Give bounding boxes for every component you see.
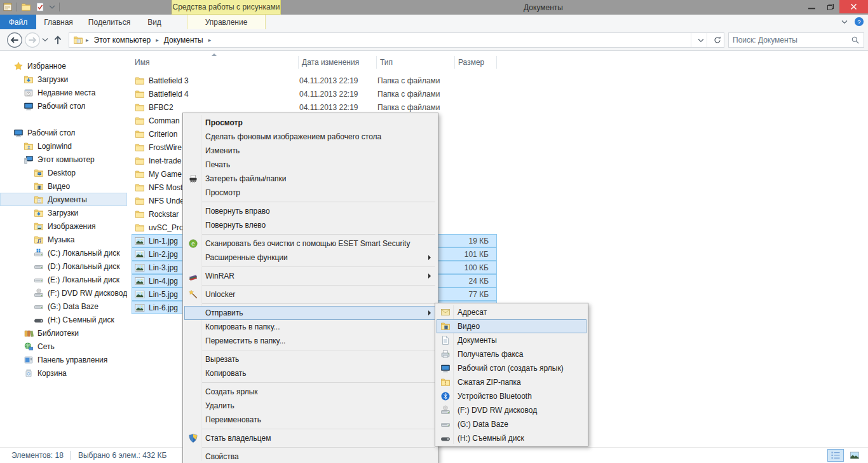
send-to-item[interactable]: Сжатая ZIP-папка xyxy=(437,375,587,389)
context-menu-item[interactable]: Переименовать xyxy=(184,413,437,427)
sidebar-item[interactable]: (C:) Локальный диск xyxy=(0,246,127,259)
menu-icon-gutter xyxy=(437,433,454,443)
context-menu-item[interactable]: Расширенные функции xyxy=(184,251,437,265)
tab-3[interactable]: Вид xyxy=(139,15,170,29)
folder-icon[interactable] xyxy=(21,2,31,12)
column-header[interactable]: Размер xyxy=(455,56,497,69)
sidebar-item[interactable]: Загрузки xyxy=(0,73,127,86)
sidebar-item[interactable]: Этот компьютер xyxy=(0,153,127,166)
context-menu-item[interactable]: Unlocker xyxy=(184,287,437,301)
sidebar-item[interactable]: (G:) Data Baze xyxy=(0,300,127,313)
context-menu-item[interactable]: Сделать фоновым изображением рабочего ст… xyxy=(184,130,437,144)
tab-2[interactable]: Поделиться xyxy=(83,15,136,29)
context-menu-item[interactable]: Отправить xyxy=(184,306,437,320)
context-menu-item[interactable]: Повернуть влево xyxy=(184,218,437,232)
context-menu-item[interactable]: Свойства xyxy=(184,450,437,463)
recycle-bin-icon xyxy=(24,368,34,378)
help-icon[interactable]: ? xyxy=(854,17,864,27)
breadcrumb-item[interactable]: Документы xyxy=(161,36,206,45)
file-name: Lin-6.jpg xyxy=(149,303,178,312)
tab-1[interactable]: Главная xyxy=(38,15,79,29)
refresh-button[interactable] xyxy=(707,33,724,47)
minimize-button[interactable] xyxy=(803,0,821,13)
send-to-item[interactable]: Документы xyxy=(437,333,587,347)
sidebar-item[interactable]: Избранное xyxy=(0,59,127,73)
send-to-item[interactable]: Адресат xyxy=(437,305,587,319)
close-button[interactable] xyxy=(839,0,868,13)
send-to-item[interactable]: Рабочий стол (создать ярлык) xyxy=(437,361,587,375)
sidebar-item[interactable]: (E:) Локальный диск xyxy=(0,273,127,286)
properties-check-icon[interactable] xyxy=(35,2,45,12)
context-menu-item[interactable]: Копировать в папку... xyxy=(184,320,437,334)
context-menu-item[interactable]: Печать xyxy=(184,158,437,172)
sidebar-item[interactable]: Документы xyxy=(0,193,127,206)
qat-caret-icon[interactable] xyxy=(49,4,55,10)
file-row[interactable]: Battlefield 304.11.2013 22:19Папка с фай… xyxy=(132,74,497,87)
column-header[interactable]: Тип xyxy=(377,56,455,69)
send-to-item[interactable]: (F:) DVD RW дисковод xyxy=(437,403,587,417)
address-dropdown-button[interactable] xyxy=(691,33,707,47)
tab-4[interactable]: Управление xyxy=(187,15,266,29)
sidebar-item[interactable]: Рабочий стол xyxy=(0,99,127,113)
picture-tools-tab[interactable]: Средства работы с рисунками xyxy=(172,0,281,15)
sidebar-item[interactable]: Музыка xyxy=(0,233,127,246)
tab-file[interactable]: Файл xyxy=(0,15,36,29)
context-menu-item[interactable]: Изменить xyxy=(184,144,437,158)
ribbon-collapse-icon[interactable] xyxy=(841,20,848,24)
details-view-button[interactable] xyxy=(827,449,844,462)
menu-item-label: Повернуть влево xyxy=(201,221,436,230)
context-menu-item[interactable]: Вырезать xyxy=(184,352,437,366)
forward-button[interactable] xyxy=(24,32,41,48)
sidebar-item[interactable]: Корзина xyxy=(0,366,127,380)
sidebar-item[interactable]: Панель управления xyxy=(0,353,127,366)
drive-icon xyxy=(34,261,44,272)
context-menu-item[interactable]: Удалить xyxy=(184,399,437,413)
sidebar-item[interactable]: Загрузки xyxy=(0,206,127,219)
send-to-item[interactable]: Видео xyxy=(437,319,587,333)
restore-button[interactable] xyxy=(821,0,839,13)
file-row[interactable]: Battlefield 404.11.2013 22:19Папка с фай… xyxy=(132,87,497,100)
context-menu-item[interactable]: Повернуть вправо xyxy=(184,204,437,218)
search-icon[interactable] xyxy=(851,36,860,45)
context-menu-item[interactable]: Переместить в папку... xyxy=(184,334,437,348)
sidebar-item[interactable]: (D:) Локальный диск xyxy=(0,259,127,273)
column-header[interactable]: Имя xyxy=(132,56,299,69)
sidebar-item[interactable]: Библиотеки xyxy=(0,326,127,340)
file-name: FrostWire xyxy=(149,143,182,152)
sidebar-item[interactable]: Рабочий стол xyxy=(0,126,127,139)
column-header[interactable]: Дата изменения xyxy=(299,56,377,69)
sidebar-item[interactable]: (F:) DVD RW дисковод xyxy=(0,286,127,300)
divider xyxy=(17,3,17,11)
context-menu-item[interactable]: WinRAR xyxy=(184,269,437,283)
search-input[interactable] xyxy=(729,36,851,45)
history-caret-icon[interactable] xyxy=(42,38,48,42)
context-menu-item[interactable]: Просмотр xyxy=(184,116,437,130)
explorer-icon[interactable] xyxy=(3,2,13,12)
context-menu-item[interactable]: Стать владельцем xyxy=(184,431,437,445)
send-to-item[interactable]: Получатель факса xyxy=(437,347,587,361)
context-menu-item[interactable]: eСканировать без очистки с помощью ESET … xyxy=(184,237,437,251)
thumbnails-view-button[interactable] xyxy=(846,449,863,462)
send-to-item[interactable]: (G:) Data Baze xyxy=(437,417,587,431)
context-menu-item[interactable]: Копировать xyxy=(184,366,437,380)
sidebar-item[interactable]: Видео xyxy=(0,179,127,193)
sidebar-item[interactable]: Loginwind xyxy=(0,139,127,153)
sidebar-item[interactable]: (H:) Съемный диск xyxy=(0,313,127,326)
back-button[interactable] xyxy=(6,32,23,48)
send-to-item[interactable]: (H:) Съемный диск xyxy=(437,431,587,445)
context-menu-item[interactable]: Затереть файлы/папки xyxy=(184,172,437,186)
sidebar-item[interactable]: Сеть xyxy=(0,340,127,353)
sidebar-item[interactable]: Недавние места xyxy=(0,86,127,99)
breadcrumb-item[interactable]: Этот компьютер xyxy=(92,36,154,45)
menu-item-label: Создать ярлык xyxy=(201,387,436,396)
address-bar[interactable]: ▸Этот компьютер▸Документы▸ xyxy=(69,32,724,48)
sidebar-item[interactable]: Изображения xyxy=(0,219,127,233)
send-to-item[interactable]: Устройство Bluetooth xyxy=(437,389,587,403)
file-row[interactable]: BFBC204.11.2013 22:19Папка с файлами xyxy=(132,100,497,114)
menu-separator xyxy=(202,429,435,429)
menu-item-label: Сделать фоновым изображением рабочего ст… xyxy=(201,132,436,141)
context-menu-item[interactable]: Просмотр xyxy=(184,186,437,200)
up-button[interactable] xyxy=(52,34,64,46)
sidebar-item[interactable]: Desktop xyxy=(0,166,127,179)
context-menu-item[interactable]: Создать ярлык xyxy=(184,385,437,399)
